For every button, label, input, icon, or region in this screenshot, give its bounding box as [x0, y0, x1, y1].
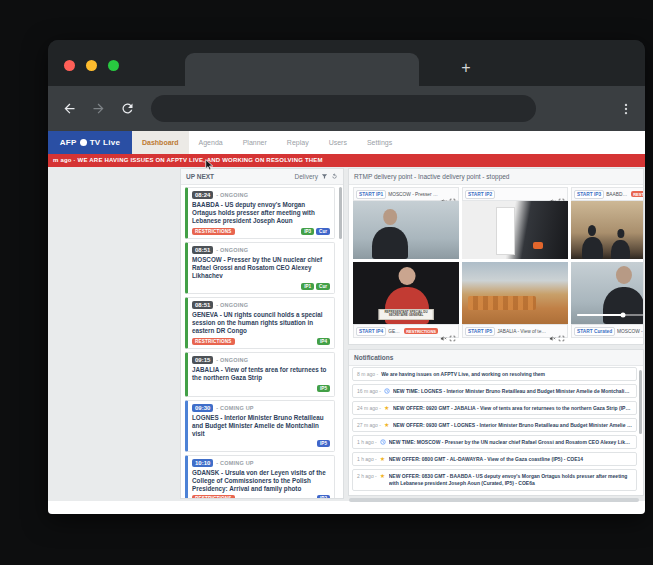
mute-icon[interactable] [549, 328, 556, 335]
event-status: - ONGOING [216, 192, 248, 198]
delivery-chip: IP4 [317, 338, 330, 345]
dashboard-main: UP NEXT Delivery 08:24 - ONGOING [48, 167, 645, 501]
notification-time: 16 m ago - [357, 388, 381, 394]
notifications-header: Notifications [349, 350, 643, 366]
rtmp-tile-ip4: REPRESENTANT SPECIAL DU SECRETAIRE GENER… [353, 262, 459, 338]
fullscreen-icon[interactable] [449, 191, 456, 198]
start-ip5-button[interactable]: START IP5 [465, 327, 495, 336]
mute-icon[interactable] [440, 191, 447, 198]
delivery-chip: Cur [316, 228, 330, 235]
start-ip2-button[interactable]: START IP2 [465, 190, 495, 199]
fullscreen-icon[interactable] [449, 328, 456, 335]
notifications-panel: Notifications 8 m ago - We are having is… [348, 349, 644, 496]
nav-item-settings[interactable]: Settings [357, 131, 402, 154]
upnext-card[interactable]: 08:51 - ONGOING MOSCOW - Presser by the … [185, 242, 335, 294]
window-close-button[interactable] [64, 60, 75, 71]
notification-item[interactable]: 24 m ago - ★ NEW OFFER: 0920 GMT - JABAL… [352, 401, 637, 415]
nav-item-users[interactable]: Users [319, 131, 357, 154]
video-preview-moscow[interactable] [353, 201, 459, 259]
upnext-panel: UP NEXT Delivery 08:24 - ONGOING [180, 168, 344, 499]
notification-item[interactable]: 27 m ago - ★ NEW OFFER: 0930 GMT - LOGNE… [352, 418, 637, 432]
video-controls [577, 311, 643, 319]
start-ip1-button[interactable]: START IP1 [356, 190, 386, 199]
back-icon[interactable] [62, 101, 77, 116]
restrictions-badge: RESTRICTIONS [631, 191, 643, 197]
mute-icon[interactable] [440, 328, 447, 335]
logo-tvlive-text: TV Live [90, 138, 121, 147]
rtmp-tile-curated: START Curated MOSCOW - Press... [571, 262, 643, 338]
start-ip4-button[interactable]: START IP4 [356, 327, 386, 336]
video-preview-jabalia[interactable] [462, 262, 568, 324]
event-status: - COMING UP [216, 405, 253, 411]
nav-item-planner[interactable]: Planner [233, 131, 277, 154]
notification-item[interactable]: 16 m ago - NEW TIME: LOGNES - Interior M… [352, 384, 637, 398]
browser-toolbar [48, 86, 645, 131]
upnext-card[interactable]: 08:24 - ONGOING BAABDA - US deputy envoy… [185, 187, 335, 239]
start-ip3-button[interactable]: START IP3 [574, 190, 604, 199]
notification-item[interactable]: 1 h ago - ★ NEW OFFER: 0800 GMT - AL-DAW… [352, 452, 637, 466]
star-icon: ★ [384, 405, 390, 411]
fullscreen-icon[interactable] [558, 328, 565, 335]
notification-time: 27 m ago - [357, 422, 381, 428]
video-preview-baabda[interactable] [571, 201, 643, 259]
video-preview-moscow-curated[interactable] [571, 262, 643, 324]
new-tab-button[interactable]: + [456, 58, 476, 78]
event-time: 09:30 [192, 404, 213, 412]
upnext-card[interactable]: 09:30 - COMING UP LOGNES - Interior Mini… [185, 400, 335, 452]
notification-text: NEW TIME: MOSCOW - Presser by the UN nuc… [389, 439, 632, 445]
tile-label: GENEVA - UN rights cou... [388, 329, 402, 334]
tile-label: JABALIA - View of tents ... [497, 329, 547, 334]
upnext-card[interactable]: 09:15 - ONGOING JABALIA - View of tents … [185, 352, 335, 396]
afp-tv-live-logo[interactable]: AFP TV Live [48, 131, 132, 154]
video-preview-geneva[interactable]: REPRESENTANT SPECIAL DU SECRETAIRE GENER… [353, 262, 459, 324]
window-minimize-button[interactable] [86, 60, 97, 71]
rtmp-panel: RTMP delivery point - Inactive delivery … [348, 168, 644, 345]
funnel-icon[interactable] [321, 173, 328, 180]
window-zoom-button[interactable] [108, 60, 119, 71]
upnext-card[interactable]: 10:10 - COMING UP GDANSK - Ursula von de… [185, 455, 335, 498]
nav-item-agenda[interactable]: Agenda [189, 131, 233, 154]
nav-item-replay[interactable]: Replay [277, 131, 319, 154]
rtmp-tile-ip2: START IP2 [462, 187, 568, 259]
notification-time: 1 h ago - [357, 439, 377, 445]
notification-time: 8 m ago - [357, 371, 378, 377]
url-bar[interactable] [151, 95, 536, 122]
forward-icon[interactable] [91, 101, 106, 116]
notification-time: 24 m ago - [357, 405, 381, 411]
notification-item[interactable]: 8 m ago - We are having issues on AFPTV … [352, 367, 637, 381]
mute-icon[interactable] [549, 191, 556, 198]
event-time: 08:51 [192, 301, 213, 309]
delivery-filter-label[interactable]: Delivery [295, 173, 318, 180]
seek-bar[interactable] [577, 314, 643, 317]
fullscreen-icon[interactable] [558, 191, 565, 198]
browser-tab[interactable] [185, 53, 419, 86]
main-nav: Dashboard Agenda Planner Replay Users Se… [132, 131, 402, 154]
nav-item-dashboard[interactable]: Dashboard [132, 131, 189, 154]
speaker-nameplate: REPRESENTANT SPECIAL DU SECRETAIRE GENER… [379, 309, 434, 321]
video-preview-room[interactable] [462, 201, 568, 259]
notification-text: NEW TIME: LOGNES - Interior Minister Bru… [393, 388, 632, 394]
star-icon: ★ [384, 422, 390, 428]
refresh-icon[interactable] [331, 173, 338, 180]
delivery-chip: IP3 [301, 228, 314, 235]
clock-icon [384, 388, 390, 394]
upnext-scrollbar[interactable] [339, 187, 342, 239]
kebab-menu-icon[interactable] [619, 102, 633, 116]
notifications-list[interactable]: 8 m ago - We are having issues on AFPTV … [352, 367, 637, 495]
event-title: MOSCOW - Presser by the UN nuclear chief… [192, 256, 330, 280]
notifications-title: Notifications [354, 354, 393, 361]
horizontal-scrollbar[interactable] [349, 498, 639, 502]
notification-item[interactable]: 2 h ago - ★ NEW OFFER: 0830 GMT - BAABDA… [352, 469, 637, 491]
star-icon: ★ [380, 473, 386, 479]
notification-item[interactable]: 1 h ago - NEW TIME: MOSCOW - Presser by … [352, 435, 637, 449]
reload-icon[interactable] [120, 101, 135, 116]
orange-object [533, 242, 543, 249]
event-title: GENEVA - UN rights council holds a speci… [192, 311, 330, 335]
upnext-list[interactable]: 08:24 - ONGOING BAABDA - US deputy envoy… [181, 184, 338, 498]
page-background: + AFP TV Live Dashboard Agenda Planner [0, 0, 653, 565]
upnext-card[interactable]: 08:51 - ONGOING GENEVA - UN rights counc… [185, 297, 335, 349]
event-title: JABALIA - View of tents area for returne… [192, 366, 330, 382]
notifications-scrollbar[interactable] [639, 370, 642, 434]
clock-icon [380, 439, 386, 445]
start-curated-button[interactable]: START Curated [574, 327, 615, 336]
